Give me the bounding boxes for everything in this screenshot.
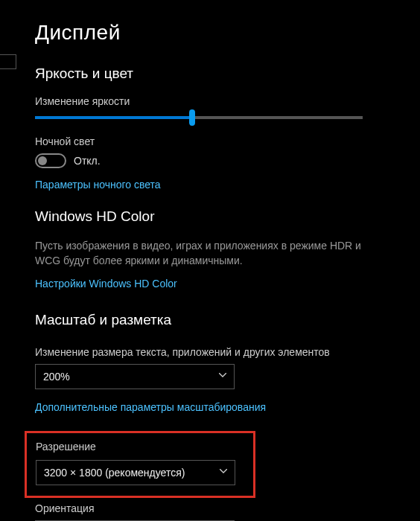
nightlight-label: Ночной свет — [35, 135, 420, 147]
brightness-slider[interactable] — [35, 116, 363, 119]
advanced-scaling-link[interactable]: Дополнительные параметры масштабирования — [35, 401, 420, 413]
nav-back-marker — [0, 54, 16, 69]
hdcolor-heading: Windows HD Color — [35, 208, 420, 225]
scale-layout-heading: Масштаб и разметка — [35, 312, 420, 328]
nightlight-state-text: Откл. — [74, 155, 101, 167]
nightlight-toggle[interactable] — [35, 153, 66, 168]
brightness-slider-label: Изменение яркости — [35, 95, 420, 107]
nightlight-toggle-row: Откл. — [35, 153, 420, 168]
resolution-label: Разрешение — [36, 441, 244, 453]
brightness-slider-thumb[interactable] — [189, 109, 195, 126]
nightlight-settings-link[interactable]: Параметры ночного света — [35, 179, 420, 191]
brightness-slider-fill — [35, 116, 192, 119]
chevron-down-icon — [219, 373, 226, 380]
orientation-label: Ориентация — [35, 502, 420, 514]
resolution-highlight: Разрешение 3200 × 1800 (рекомендуется) — [25, 431, 255, 498]
text-size-dropdown[interactable]: 200% — [35, 364, 235, 389]
page-title: Дисплей — [35, 21, 420, 45]
chevron-down-icon — [220, 469, 227, 476]
hdcolor-description: Пусть изображения в видео, играх и прило… — [35, 238, 378, 269]
text-size-label: Изменение размера текста, приложений и д… — [35, 346, 420, 358]
text-size-value: 200% — [43, 371, 70, 383]
resolution-value: 3200 × 1800 (рекомендуется) — [44, 467, 185, 479]
settings-content: Дисплей Яркость и цвет Изменение яркости… — [0, 0, 420, 521]
brightness-color-heading: Яркость и цвет — [35, 65, 420, 82]
resolution-dropdown[interactable]: 3200 × 1800 (рекомендуется) — [36, 460, 235, 485]
nightlight-toggle-knob — [38, 156, 47, 165]
hdcolor-settings-link[interactable]: Настройки Windows HD Color — [35, 278, 420, 290]
